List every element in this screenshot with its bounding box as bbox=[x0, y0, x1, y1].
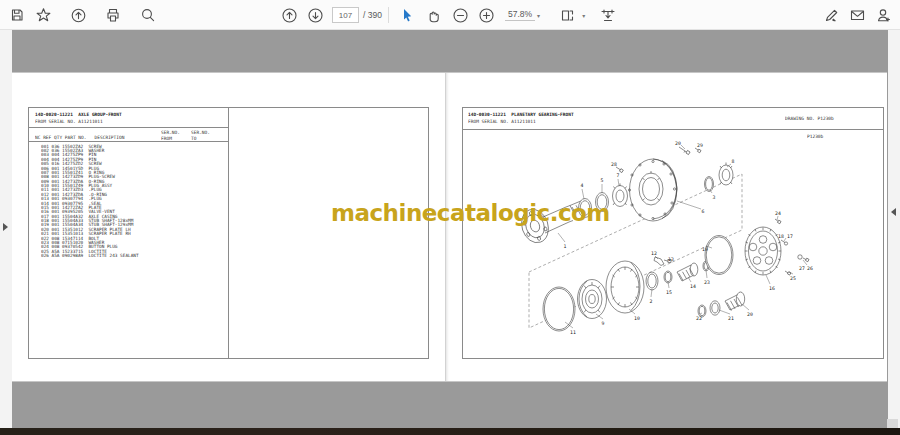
part-callout-number: 9 bbox=[602, 320, 605, 326]
drawing-serial-line: FROM SERIAL NO. A11211011 bbox=[468, 118, 536, 123]
part-callout-number: 7 bbox=[617, 172, 620, 178]
drawing-frame: 14D-0030-11221 PLANETARY GEARING-FRONT F… bbox=[462, 107, 884, 359]
part-callout-number: 1 bbox=[564, 243, 567, 249]
zoom-out-icon[interactable] bbox=[447, 2, 473, 28]
page-down-icon[interactable] bbox=[302, 2, 328, 28]
ser-no-to-sub: TO bbox=[191, 135, 196, 140]
page-left-parts-list: 14D-0020-11221 AXLE GROUP-FRONT FROM SER… bbox=[12, 73, 445, 381]
part-callout-number: 12 bbox=[651, 250, 657, 256]
part-callout-number: 19 bbox=[702, 246, 708, 252]
fit-width-icon[interactable] bbox=[595, 2, 621, 28]
table-divider bbox=[228, 108, 229, 358]
part-callout-number: 10 bbox=[634, 315, 640, 321]
email-envelope-icon[interactable] bbox=[844, 2, 870, 28]
header-rule-2 bbox=[29, 141, 228, 142]
left-panel-toggle-icon[interactable] bbox=[3, 223, 8, 231]
part-callout-number: 21 bbox=[728, 315, 734, 321]
search-icon[interactable] bbox=[135, 2, 161, 28]
favorites-star-icon[interactable] bbox=[30, 2, 56, 28]
part-callout-number: 29 bbox=[697, 142, 703, 148]
fit-caret-icon[interactable]: ▾ bbox=[582, 12, 585, 19]
left-panel-strip bbox=[0, 30, 12, 428]
part-callout-number: 8 bbox=[732, 158, 735, 164]
part-callout-number: 5 bbox=[601, 177, 604, 183]
pdf-viewer-window: / 390 57.8% ▾ ▾ bbox=[0, 0, 900, 435]
parts-table-rows: 001 036 15502ZA2 SCREW002 036 15502ZA3 W… bbox=[41, 144, 139, 258]
page-number-input[interactable] bbox=[332, 7, 359, 23]
account-person-icon[interactable] bbox=[870, 2, 896, 28]
part-callout-number: 17 bbox=[787, 233, 793, 239]
document-workspace: 14D-0020-11221 AXLE GROUP-FRONT FROM SER… bbox=[0, 30, 900, 428]
zoom-level-field[interactable]: 57.8% bbox=[505, 9, 535, 21]
page-title: 14D-0020-11221 AXLE GROUP-FRONT bbox=[35, 111, 122, 116]
part-callout-number: 26 bbox=[807, 265, 813, 271]
planetary-gearing-drawing bbox=[463, 129, 883, 358]
parts-table-row: 026 A5A 090298A9 LOCTITE 243 SEALANT bbox=[41, 254, 139, 258]
drawing-page-title: 14D-0030-11221 PLANETARY GEARING-FRONT bbox=[468, 111, 574, 116]
ser-no-from-header: SER.NO. bbox=[161, 129, 180, 134]
exploded-view-figure: P1230b bbox=[463, 129, 883, 358]
header-rule-1 bbox=[29, 127, 228, 128]
save-icon[interactable] bbox=[4, 2, 30, 28]
share-icon[interactable] bbox=[65, 2, 91, 28]
part-callout-number: 28 bbox=[611, 161, 617, 167]
page-right-drawing: 14D-0030-11221 PLANETARY GEARING-FRONT F… bbox=[445, 73, 887, 381]
ser-no-to-header: SER.NO. bbox=[191, 129, 210, 134]
right-panel-toggle-icon[interactable] bbox=[891, 208, 896, 216]
zoom-caret-icon[interactable]: ▾ bbox=[537, 12, 540, 19]
part-callout-number: 25 bbox=[790, 275, 796, 281]
part-callout-number: 23 bbox=[704, 279, 710, 285]
part-callout-number: 24 bbox=[775, 210, 781, 216]
part-callout-number: 2 bbox=[650, 298, 653, 304]
part-callout-number: 13 bbox=[668, 256, 674, 262]
hand-pan-icon[interactable] bbox=[421, 2, 447, 28]
page-spread: 14D-0020-11221 AXLE GROUP-FRONT FROM SER… bbox=[12, 72, 887, 382]
part-callout-number: 20 bbox=[747, 311, 753, 317]
select-cursor-icon[interactable] bbox=[395, 2, 421, 28]
page-up-icon[interactable] bbox=[276, 2, 302, 28]
part-callout-number: 3 bbox=[713, 194, 716, 200]
toolbar-divider bbox=[388, 7, 389, 23]
part-callout-number: 11 bbox=[570, 329, 576, 335]
part-callout-number: 14 bbox=[690, 283, 696, 289]
part-callout-number: 20 bbox=[675, 140, 681, 146]
scrollbar-corner bbox=[887, 419, 898, 428]
toolbar: / 390 57.8% ▾ ▾ bbox=[0, 0, 900, 30]
zoom-in-icon[interactable] bbox=[473, 2, 499, 28]
taskbar-sliver bbox=[0, 428, 900, 435]
print-icon[interactable] bbox=[100, 2, 126, 28]
parts-table-frame: 14D-0020-11221 AXLE GROUP-FRONT FROM SER… bbox=[28, 107, 429, 359]
signature-pen-icon[interactable] bbox=[818, 2, 844, 28]
part-callout-number: 4 bbox=[581, 182, 584, 188]
part-callout-number: 6 bbox=[702, 208, 705, 214]
part-callout-number: 22 bbox=[696, 315, 702, 321]
part-callout-number: 18 bbox=[778, 233, 784, 239]
fit-page-icon[interactable] bbox=[554, 2, 580, 28]
column-header: NC REF QTY PART NO. DESCRIPTION bbox=[35, 134, 124, 139]
part-callout-number: 16 bbox=[769, 285, 775, 291]
part-callout-number: 27 bbox=[799, 265, 805, 271]
ser-no-from-sub: FROM bbox=[161, 135, 172, 140]
page-total-label: / 390 bbox=[363, 10, 382, 20]
right-panel-strip bbox=[888, 30, 900, 428]
drawing-number-label: DRAWING NO. P1230b bbox=[785, 115, 834, 120]
part-callout-number: 15 bbox=[666, 289, 672, 295]
serial-number-line: FROM SERIAL NO. A11211011 bbox=[35, 118, 103, 123]
